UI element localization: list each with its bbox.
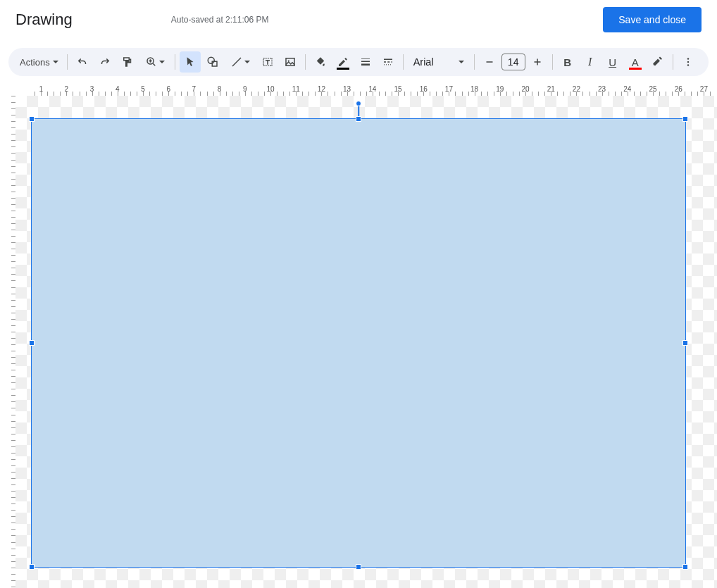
line-weight-icon xyxy=(359,56,372,68)
line-tool-button[interactable] xyxy=(225,51,256,73)
shape-tool-button[interactable] xyxy=(202,51,223,73)
selected-shape[interactable] xyxy=(31,118,686,568)
zoom-icon xyxy=(145,56,158,68)
paint-format-button[interactable] xyxy=(117,51,138,73)
toolbar-separator xyxy=(305,54,306,70)
chevron-down-icon xyxy=(459,61,464,63)
select-tool-button[interactable] xyxy=(180,51,201,73)
text-box-icon xyxy=(261,56,274,68)
paint-bucket-icon xyxy=(314,56,327,68)
chevron-down-icon xyxy=(53,61,58,63)
workspace: 1234567891011121314151617181920212223242… xyxy=(0,83,717,588)
resize-handle-bottom-left[interactable] xyxy=(29,564,35,570)
svg-rect-2 xyxy=(212,61,217,66)
pen-icon xyxy=(337,56,349,68)
toolbar-separator xyxy=(673,54,673,70)
chevron-down-icon xyxy=(159,61,165,63)
text-color-button[interactable]: A xyxy=(625,51,646,73)
zoom-button[interactable] xyxy=(139,51,170,73)
underline-button[interactable]: U xyxy=(602,51,623,73)
image-icon xyxy=(284,56,297,68)
line-dash-icon xyxy=(382,56,394,68)
toolbar-separator xyxy=(67,54,68,70)
fill-color-button[interactable] xyxy=(310,51,331,73)
more-vertical-icon xyxy=(682,56,694,68)
vertical-ruler xyxy=(0,96,15,588)
rotation-handle[interactable] xyxy=(356,101,361,106)
svg-point-1 xyxy=(208,57,214,63)
horizontal-ruler: 1234567891011121314151617181920212223242… xyxy=(15,83,717,96)
more-options-button[interactable] xyxy=(678,51,699,73)
svg-point-8 xyxy=(687,64,688,65)
underline-icon: U xyxy=(609,56,616,68)
dialog-header: Drawing Auto-saved at 2:11:06 PM Save an… xyxy=(0,0,717,39)
decrease-font-size-button[interactable] xyxy=(479,51,500,73)
increase-font-size-button[interactable] xyxy=(527,51,548,73)
border-color-swatch xyxy=(337,68,349,70)
text-box-button[interactable] xyxy=(257,51,278,73)
plus-icon xyxy=(531,56,544,68)
paint-roller-icon xyxy=(121,56,134,68)
svg-point-6 xyxy=(687,58,688,59)
resize-handle-top-left[interactable] xyxy=(29,116,35,122)
dialog-title: Drawing xyxy=(15,11,73,29)
highlighter-icon xyxy=(651,56,664,68)
toolbar-separator xyxy=(552,54,553,70)
undo-icon xyxy=(76,56,89,68)
actions-menu-button[interactable]: Actions xyxy=(15,51,63,73)
redo-button[interactable] xyxy=(94,51,116,73)
border-color-button[interactable] xyxy=(332,51,354,73)
font-family-select[interactable]: Arial xyxy=(408,51,470,73)
minus-icon xyxy=(483,56,496,68)
highlight-color-button[interactable] xyxy=(647,51,668,73)
text-color-swatch xyxy=(629,68,642,70)
border-weight-button[interactable] xyxy=(355,51,376,73)
text-color-icon: A xyxy=(632,56,639,68)
toolbar-separator xyxy=(474,54,475,70)
drawing-canvas[interactable] xyxy=(15,96,717,588)
resize-handle-bottom-middle[interactable] xyxy=(356,564,361,570)
font-size-input[interactable]: 14 xyxy=(501,54,525,70)
resize-handle-middle-right[interactable] xyxy=(682,340,688,346)
svg-rect-4 xyxy=(286,58,294,66)
toolbar-separator xyxy=(403,54,404,70)
shape-icon xyxy=(206,56,219,68)
bold-icon: B xyxy=(563,56,571,68)
actions-menu-label: Actions xyxy=(20,57,50,68)
resize-handle-top-right[interactable] xyxy=(682,116,688,122)
autosave-status: Auto-saved at 2:11:06 PM xyxy=(171,15,269,25)
insert-image-button[interactable] xyxy=(280,51,301,73)
italic-button[interactable]: I xyxy=(580,51,601,73)
chevron-down-icon xyxy=(244,61,250,63)
toolbar-separator xyxy=(175,54,175,70)
resize-handle-middle-left[interactable] xyxy=(29,340,35,346)
bold-button[interactable]: B xyxy=(557,51,578,73)
svg-point-7 xyxy=(687,61,688,63)
toolbar: Actions xyxy=(8,48,709,76)
border-dash-button[interactable] xyxy=(378,51,399,73)
cursor-icon xyxy=(184,56,197,68)
undo-button[interactable] xyxy=(72,51,93,73)
save-and-close-button[interactable]: Save and close xyxy=(603,7,702,32)
resize-handle-top-middle[interactable] xyxy=(356,116,361,122)
italic-icon: I xyxy=(588,56,592,68)
font-family-label: Arial xyxy=(413,56,434,68)
resize-handle-bottom-right[interactable] xyxy=(682,564,688,570)
line-icon xyxy=(230,56,243,68)
redo-icon xyxy=(99,56,111,68)
